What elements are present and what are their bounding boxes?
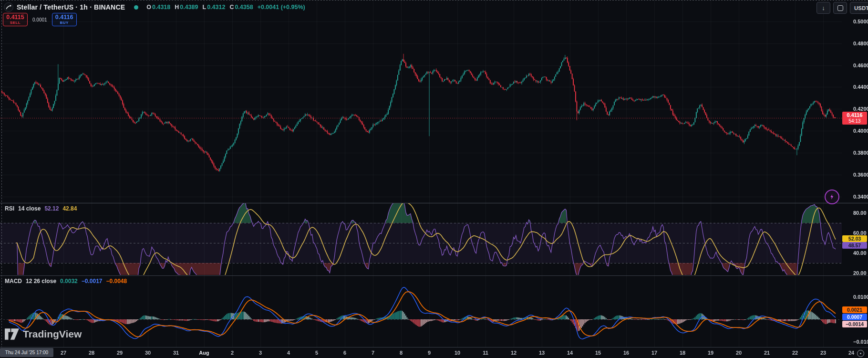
currency-dropdown[interactable]: USDT ▾	[850, 2, 868, 14]
time-tick-label: 27	[61, 350, 66, 356]
time-tick-label: 8	[400, 350, 403, 356]
order-panel: 0.4115 SELL 0.0001 0.4116 BUY	[3, 13, 77, 26]
macd-value-badge: 0.0021	[842, 306, 867, 313]
time-tick-label: 7	[372, 350, 374, 356]
time-tick-label: 10	[455, 350, 460, 356]
quick-trade-button[interactable]	[825, 190, 839, 204]
time-tick-label: 16	[623, 350, 629, 356]
time-tick-label: 3	[259, 350, 262, 356]
macd-signal-value: −0.0048	[106, 278, 127, 284]
macd-hist-value: 0.0032	[60, 278, 78, 284]
time-tick-label: 31	[173, 350, 179, 356]
current-bar-datetime: Thu 24 Jul '25 17:00	[0, 348, 53, 357]
price-tick-label: 0.3800	[853, 150, 868, 156]
price-tick-label: 0.3400	[853, 194, 868, 200]
time-tick-label: 20	[736, 350, 742, 356]
currency-label: USDT	[854, 5, 868, 11]
rsi-tick-label: 20.00	[853, 270, 867, 276]
market-status-dot	[134, 5, 138, 10]
time-tick-label: 2	[231, 350, 234, 356]
buy-price: 0.4116	[55, 14, 73, 21]
chart-toolbar: ↓ USDT ▾	[816, 2, 868, 14]
rsi-params: 14 close	[18, 205, 41, 212]
time-tick-label: 29	[117, 350, 123, 356]
low-label: L	[203, 4, 207, 11]
sell-price: 0.4115	[6, 14, 24, 21]
rsi-value-badge: 52.03	[842, 235, 867, 242]
rsi-value-badge: 48.57	[842, 242, 867, 249]
rsi-ma-value: 42.84	[62, 205, 77, 212]
time-tick-label: 11	[483, 350, 488, 356]
current-price-badge: 0.411654:13	[842, 112, 867, 125]
buy-label: BUY	[60, 21, 69, 25]
open-label: O	[146, 4, 151, 11]
rsi-value: 52.12	[44, 205, 59, 212]
close-label: C	[229, 4, 234, 11]
time-tick-label: 6	[343, 350, 346, 356]
time-tick-label: 13	[539, 350, 545, 356]
price-tick-label: 0.4800	[853, 41, 868, 46]
change-value: +0.0041 (+0.95%)	[258, 4, 305, 11]
rsi-legend[interactable]: RSI 14 close 52.12 42.84	[5, 205, 77, 212]
tradingview-logo-icon	[5, 328, 19, 340]
lightning-icon	[829, 194, 835, 200]
close-value: 0.4358	[235, 4, 253, 11]
time-tick-label: Aug	[199, 350, 209, 356]
stellar-logo-icon	[4, 2, 13, 12]
price-tick-label: 0.4200	[853, 106, 868, 112]
time-tick-label: 4	[287, 350, 290, 356]
macd-line-value: −0.0017	[82, 278, 103, 284]
low-value: 0.4312	[207, 4, 225, 11]
ohlc-values: O0.4318 H0.4389 L0.4312 C0.4358 +0.0041 …	[146, 4, 305, 11]
time-tick-label: 28	[89, 350, 94, 356]
fullscreen-button[interactable]	[833, 2, 847, 14]
symbol-header: Stellar / TetherUS · 1h · BINANCE O0.431…	[4, 2, 305, 12]
buy-button[interactable]: 0.4116 BUY	[52, 13, 77, 26]
price-tick-label: 0.4400	[853, 84, 868, 90]
macd-title: MACD	[5, 278, 22, 284]
time-tick-label: 17	[651, 350, 657, 356]
macd-value-badge: 0.0007	[842, 314, 867, 320]
price-tick-label: 0.4600	[853, 63, 868, 68]
price-tick-label: 0.4000	[853, 128, 868, 134]
sell-button[interactable]: 0.4115 SELL	[3, 13, 28, 26]
rsi-tick-label: 80.00	[853, 210, 867, 216]
price-tick-label: 0.5000	[853, 19, 868, 24]
macd-legend[interactable]: MACD 12 26 close 0.0032 −0.0017 −0.0048	[5, 278, 127, 284]
time-tick-label: 15	[595, 350, 601, 356]
chart-canvas[interactable]	[0, 0, 868, 358]
macd-params: 12 26 close	[26, 278, 56, 284]
time-tick-label: 24	[848, 350, 854, 356]
time-tick-label: 22	[792, 350, 798, 356]
macd-tick-label: −0.0100	[853, 339, 868, 345]
time-tick-label: 5	[315, 350, 318, 356]
sell-label: SELL	[10, 21, 21, 25]
time-tick-label: 30	[145, 350, 151, 356]
timezone-clock-icon[interactable]	[857, 350, 864, 357]
download-button[interactable]: ↓	[816, 2, 830, 14]
time-tick-label: 19	[708, 350, 713, 356]
download-icon: ↓	[822, 4, 825, 11]
time-tick-label: 18	[680, 350, 685, 356]
rsi-title: RSI	[5, 205, 14, 212]
time-tick-label: 23	[820, 350, 826, 356]
fullscreen-icon	[837, 5, 843, 11]
time-tick-label: 9	[428, 350, 431, 356]
tradingview-chart-window: Stellar / TetherUS · 1h · BINANCE O0.431…	[0, 0, 868, 358]
macd-value-badge: −0.0014	[842, 321, 867, 327]
macd-tick-label: 0.0100	[853, 294, 868, 300]
high-value: 0.4389	[180, 4, 198, 11]
time-tick-label: 14	[567, 350, 573, 356]
open-value: 0.4318	[152, 4, 170, 11]
tradingview-watermark: TradingView	[5, 328, 82, 340]
rsi-tick-label: 40.00	[853, 250, 867, 256]
high-label: H	[175, 4, 179, 11]
tradingview-logo-text: TradingView	[23, 328, 82, 340]
time-tick-label: 21	[764, 350, 770, 356]
symbol-title[interactable]: Stellar / TetherUS · 1h · BINANCE	[17, 3, 125, 11]
spread-value: 0.0001	[31, 16, 49, 23]
time-tick-label: 12	[511, 350, 517, 356]
price-tick-label: 0.3600	[853, 172, 868, 178]
